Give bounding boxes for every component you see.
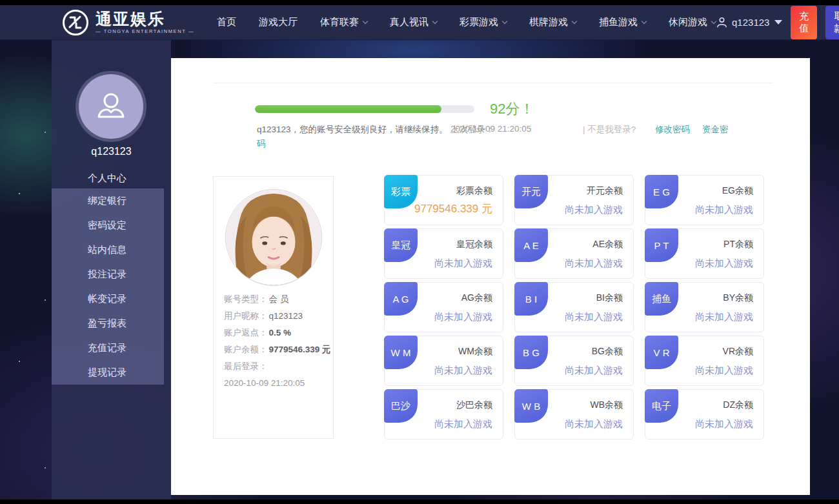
brand-title: 通亚娱乐 (96, 10, 194, 27)
top-navbar: 通亚娱乐 — TONGYA ENTERTAINMENT — 首页 游戏大厅 体育… (0, 5, 839, 40)
wallet-label: BY余额 (723, 292, 753, 304)
wallet-value: 尚未加入游戏 (565, 257, 623, 270)
sidebar: q123123 个人中心 绑定银行 密码设定 站内信息 投注记录 帐变记录 盈亏… (52, 40, 171, 499)
bottom-black-bar (0, 499, 839, 504)
nav-item-fishing[interactable]: 捕鱼游戏 (599, 16, 646, 28)
wallet-value: 尚未加入游戏 (565, 311, 623, 323)
profile-value: 0.5 % (269, 328, 292, 338)
wallet-badge: 捕鱼 (645, 282, 678, 316)
profile-row-account-type: 账号类型：会 员 (224, 291, 323, 308)
withdraw-button[interactable]: 取款 (825, 6, 839, 39)
not-me-link[interactable]: | 不是我登录? (583, 124, 636, 136)
nav-label: 游戏大厅 (259, 16, 298, 28)
divider (213, 83, 773, 83)
fund-password-link[interactable]: 资金密 (702, 124, 729, 136)
wallet-card-lottery[interactable]: 彩票 彩票余额 9779546.339 元 (384, 175, 503, 225)
wallet-card-wb[interactable]: W B WB余额 尚未加入游戏 (514, 389, 634, 439)
wallet-card-buyu[interactable]: 捕鱼 BY余额 尚未加入游戏 (645, 282, 764, 332)
sidebar-item-deposit-records[interactable]: 充值记录 (52, 336, 164, 360)
sidebar-item-password-settings[interactable]: 密码设定 (52, 213, 164, 237)
wallet-card-eg[interactable]: E G EG余额 尚未加入游戏 (645, 175, 764, 225)
wallet-card-basha[interactable]: 巴沙 沙巴余额 尚未加入游戏 (384, 389, 503, 439)
wallet-card-ag[interactable]: A G AG余额 尚未加入游戏 (384, 282, 503, 332)
profile-value: 会 员 (269, 294, 289, 304)
wallet-label: VR余额 (723, 346, 753, 358)
wallet-label: WB余额 (590, 399, 623, 411)
wallet-value: 尚未加入游戏 (695, 311, 753, 323)
nav-item-live-casino[interactable]: 真人视讯 (390, 16, 437, 28)
wallet-badge: P T (645, 228, 678, 262)
wallet-label: BG余额 (592, 346, 623, 358)
sidebar-item-bind-bank[interactable]: 绑定银行 (52, 188, 164, 213)
wallet-card-wm[interactable]: W M WM余额 尚未加入游戏 (384, 336, 503, 386)
nav-item-lottery[interactable]: 彩票游戏 (460, 16, 507, 28)
sidebar-menu: 绑定银行 密码设定 站内信息 投注记录 帐变记录 盈亏报表 充值记录 提现记录 (52, 188, 164, 385)
wallet-card-pt[interactable]: P T PT余额 尚未加入游戏 (645, 228, 764, 279)
wallet-badge: 开元 (514, 175, 548, 208)
sidebar-item-withdraw-records[interactable]: 提现记录 (52, 360, 164, 385)
wallet-badge: V R (645, 336, 678, 369)
nav-item-board-games[interactable]: 棋牌游戏 (529, 16, 576, 28)
wallet-value: 尚未加入游戏 (434, 365, 492, 377)
wallet-badge: B G (514, 336, 548, 369)
chevron-down-icon (572, 19, 577, 24)
profile-value: q123123 (269, 311, 303, 321)
avatar (79, 74, 143, 139)
caret-down-icon (774, 20, 782, 25)
security-score-row: 92分！ (255, 99, 534, 119)
profile-label: 最后登录： (224, 361, 268, 371)
nav-item-home[interactable]: 首页 (217, 16, 236, 28)
wallet-value: 9779546.339 元 (414, 201, 492, 216)
user-dropdown[interactable]: q123123 (716, 16, 782, 28)
wallet-label: BI余额 (596, 292, 623, 304)
brand-logo[interactable]: 通亚娱乐 — TONGYA ENTERTAINMENT — (61, 8, 194, 37)
profile-label: 账户余额： (224, 345, 268, 354)
wallet-badge: W M (384, 336, 418, 369)
brand-logo-icon (61, 8, 90, 37)
wallet-badge: E G (645, 175, 678, 208)
wallet-label: EG余额 (722, 185, 753, 197)
wallet-card-ae[interactable]: A E AE余额 尚未加入游戏 (514, 228, 634, 279)
wallet-card-huangguan[interactable]: 皇冠 皇冠余额 尚未加入游戏 (384, 228, 503, 279)
wallet-value: 尚未加入游戏 (695, 257, 753, 270)
person-avatar-icon (92, 88, 130, 125)
sidebar-item-profit-loss-report[interactable]: 盈亏报表 (52, 311, 164, 336)
chevron-down-icon (502, 19, 507, 24)
change-password-link[interactable]: 修改密码 (655, 124, 690, 136)
wallet-card-dianzi[interactable]: 电子 DZ余额 尚未加入游戏 (645, 389, 764, 439)
person-icon (716, 16, 728, 28)
wallet-card-bg[interactable]: B G BG余额 尚未加入游戏 (514, 336, 634, 386)
profile-label: 账号类型： (224, 294, 268, 304)
wallet-badge: 电子 (645, 389, 678, 423)
chevron-down-icon (642, 19, 647, 24)
deposit-button[interactable]: 充值 (791, 6, 817, 39)
security-score: 92分！ (490, 99, 534, 119)
nav-item-game-hall[interactable]: 游戏大厅 (259, 16, 298, 28)
wallet-value: 尚未加入游戏 (434, 418, 492, 430)
wallet-value: 尚未加入游戏 (695, 418, 753, 430)
wallet-badge: 彩票 (384, 175, 418, 208)
security-progress-bar (255, 105, 474, 113)
wallet-card-vr[interactable]: V R VR余额 尚未加入游戏 (645, 336, 764, 386)
sidebar-item-account-changes[interactable]: 帐变记录 (52, 287, 164, 311)
sidebar-username: q123123 (52, 146, 171, 157)
navbar-right: q123123 充值 取款 (716, 6, 839, 39)
fund-password-link-wrap[interactable]: 码 (257, 138, 266, 150)
sidebar-item-site-messages[interactable]: 站内信息 (52, 237, 164, 262)
sidebar-item-personal-center[interactable]: 个人中心 (52, 166, 164, 190)
wallet-card-kaiyuan[interactable]: 开元 开元余额 尚未加入游戏 (514, 175, 634, 225)
wallet-label: AE余额 (592, 239, 623, 250)
wallet-card-bi[interactable]: B I BI余额 尚未加入游戏 (514, 282, 634, 332)
wallet-badge: W B (514, 389, 548, 423)
nav-label: 休闲游戏 (669, 16, 707, 28)
sidebar-item-bet-records[interactable]: 投注记录 (52, 262, 164, 287)
nav-item-sports[interactable]: 体育联赛 (320, 16, 367, 28)
profile-row-last-login: 最后登录： (224, 358, 323, 375)
last-login-value: 2020-10-09 21:20:05 (450, 124, 531, 134)
security-progress-fill (255, 105, 441, 113)
wallet-value: 尚未加入游戏 (695, 204, 753, 216)
profile-card: 账号类型：会 员 用户昵称：q123123 账户返点：0.5 % 账户余额：97… (213, 176, 334, 439)
main-nav: 首页 游戏大厅 体育联赛 真人视讯 彩票游戏 棋牌游戏 捕鱼游戏 休闲游戏 (217, 16, 716, 28)
nav-item-casual[interactable]: 休闲游戏 (669, 16, 716, 28)
profile-label: 用户昵称： (224, 311, 268, 321)
